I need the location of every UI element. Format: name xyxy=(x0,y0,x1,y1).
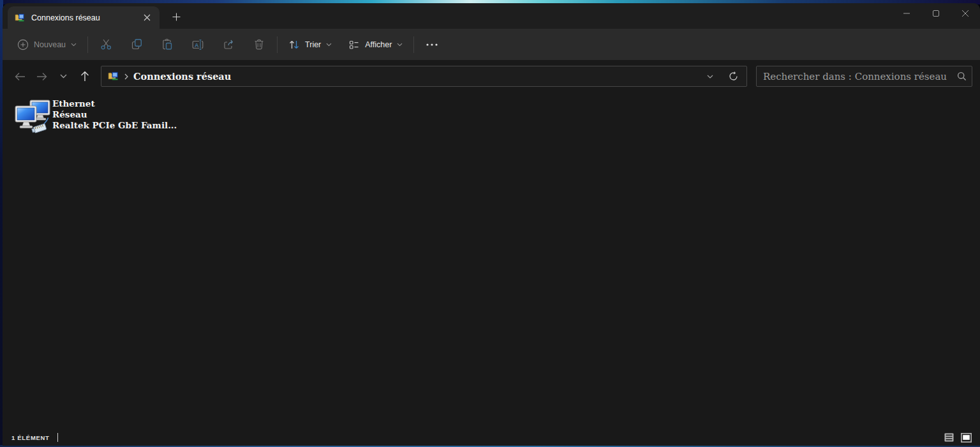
list-item-ethernet[interactable]: Ethernet Réseau Realtek PCIe GbE Famil..… xyxy=(13,97,172,135)
copy-icon xyxy=(131,38,143,50)
minimize-icon xyxy=(903,10,910,17)
toolbar-divider xyxy=(87,36,88,53)
large-icons-view-icon xyxy=(961,433,972,443)
view-layout-icon xyxy=(348,39,360,50)
details-view-button[interactable] xyxy=(942,432,955,443)
status-divider xyxy=(57,433,58,442)
chevron-down-icon xyxy=(326,43,332,47)
address-bar[interactable]: Connexions réseau xyxy=(101,66,747,87)
close-button[interactable] xyxy=(951,3,980,24)
network-connections-icon xyxy=(108,71,119,82)
sort-button-label: Trier xyxy=(305,40,321,49)
breadcrumb-location[interactable]: Connexions réseau xyxy=(133,71,701,82)
search-input[interactable] xyxy=(763,71,957,82)
connection-name: Ethernet xyxy=(52,98,177,109)
connection-status: Réseau xyxy=(52,109,177,120)
paste-icon xyxy=(161,38,174,50)
forward-button[interactable] xyxy=(31,66,52,87)
search-icon[interactable] xyxy=(957,72,967,81)
up-button[interactable] xyxy=(74,66,96,87)
circle-plus-icon xyxy=(17,39,29,50)
tab-close-icon[interactable] xyxy=(139,10,154,26)
plus-icon xyxy=(172,13,181,21)
address-dropdown-chevron-icon xyxy=(707,75,713,79)
navigation-bar: Connexions réseau xyxy=(3,60,980,93)
refresh-icon xyxy=(729,72,738,81)
toolbar-divider xyxy=(277,36,278,53)
forward-icon xyxy=(36,72,47,81)
see-more-button[interactable] xyxy=(419,33,445,56)
up-icon xyxy=(80,71,89,82)
view-button-label: Afficher xyxy=(365,40,392,49)
toolbar-divider xyxy=(413,36,414,53)
breadcrumb-chevron-icon xyxy=(124,73,128,80)
rename-icon: A xyxy=(191,39,204,50)
connection-device: Realtek PCIe GbE Famil... xyxy=(52,120,177,131)
maximize-icon xyxy=(932,10,940,17)
new-tab-button[interactable] xyxy=(166,6,186,27)
command-bar: Nouveau xyxy=(3,29,980,60)
share-icon xyxy=(223,38,235,50)
close-window-icon xyxy=(961,10,969,17)
share-button[interactable] xyxy=(216,33,241,56)
status-bar: 1 élément xyxy=(3,429,980,446)
chevron-down-icon xyxy=(71,43,77,47)
details-view-icon xyxy=(944,433,954,442)
network-connections-icon xyxy=(15,13,25,23)
ethernet-adapter-icon xyxy=(15,100,52,134)
recent-locations-button[interactable] xyxy=(52,66,74,87)
item-count-label: 1 élément xyxy=(11,434,50,441)
minimize-button[interactable] xyxy=(892,3,921,24)
sort-icon xyxy=(288,39,300,50)
tab-connexions-reseau[interactable]: Connexions réseau xyxy=(8,6,160,29)
cut-button[interactable] xyxy=(93,33,119,56)
refresh-button[interactable] xyxy=(724,68,743,86)
delete-icon xyxy=(253,38,265,50)
recent-locations-chevron-icon xyxy=(60,74,67,79)
copy-button[interactable] xyxy=(124,33,149,56)
address-dropdown-button[interactable] xyxy=(701,68,720,86)
ellipsis-icon xyxy=(426,43,438,46)
view-toggle-buttons xyxy=(942,432,972,443)
chevron-down-icon xyxy=(397,43,403,47)
list-item-text: Ethernet Réseau Realtek PCIe GbE Famil..… xyxy=(52,98,177,131)
search-box xyxy=(756,66,972,87)
window-controls xyxy=(892,3,980,25)
paste-button[interactable] xyxy=(154,33,180,56)
file-list-area: Ethernet Réseau Realtek PCIe GbE Famil..… xyxy=(3,93,980,429)
back-icon xyxy=(15,72,26,81)
new-button[interactable]: Nouveau xyxy=(11,34,82,55)
view-button[interactable]: Afficher xyxy=(343,34,408,55)
delete-button[interactable] xyxy=(246,33,272,56)
tab-title: Connexions réseau xyxy=(31,13,139,22)
maximize-button[interactable] xyxy=(921,3,951,24)
cut-icon xyxy=(100,38,112,50)
svg-text:A: A xyxy=(195,42,199,48)
new-button-label: Nouveau xyxy=(34,40,66,49)
rename-button[interactable]: A xyxy=(185,33,211,56)
large-icons-view-button[interactable] xyxy=(960,432,972,443)
back-button[interactable] xyxy=(9,66,31,87)
sort-button[interactable]: Trier xyxy=(283,34,338,55)
tab-bar: Connexions réseau xyxy=(3,3,980,29)
explorer-window: Connexions réseau xyxy=(3,3,980,446)
